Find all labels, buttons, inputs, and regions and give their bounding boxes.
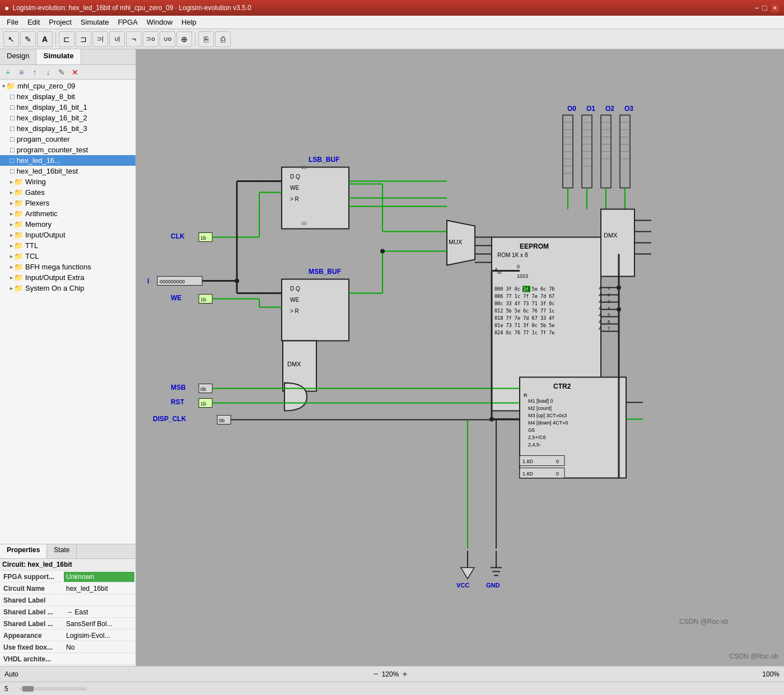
tree-item-hex16-1[interactable]: □ hex_display_16_bit_1 [0,102,136,113]
xor-gate-button[interactable]: ⊕ [176,31,192,47]
tree-item-progcnt-test[interactable]: □ program_counter_test [0,144,136,155]
prop-row-fixed-box: Use fixed box... No [1,642,134,653]
tree-item-tcl[interactable]: ▸ 📁 TCL [0,251,136,262]
prop-value-vhdl [64,654,134,665]
svg-text:RST: RST [171,398,185,406]
circuit-icon: □ [10,114,15,122]
tree-item-label: Plexers [25,199,49,207]
tree-item-soc[interactable]: ▸ 📁 System On a Chip [0,283,136,293]
zoom-in-button[interactable]: + [402,669,407,679]
edit-circuit-button[interactable]: ✎ [56,67,67,78]
tree-item-hexled16[interactable]: □ hex_led_16... [0,155,136,166]
menu-project[interactable]: Project [44,17,76,27]
prop-row-shared-label: Shared Label [1,595,134,606]
svg-point-181 [617,286,621,290]
svg-text:6: 6 [608,319,610,324]
tab-properties[interactable]: Properties [0,544,47,558]
copy-button[interactable]: ⎘ [198,31,214,47]
tab-design[interactable]: Design [0,49,36,64]
tree-item-memory[interactable]: ▸ 📁 Memory [0,219,136,230]
prop-value-fixed-box: No [64,642,134,653]
svg-rect-42 [601,209,634,277]
tree-item-progcnt[interactable]: □ progam_counter [0,134,136,144]
window-title: Logisim-evolution: hex_led_16bit of mhl_… [12,4,251,12]
svg-text:A: A [599,326,602,331]
prop-value-shared-label [64,595,134,606]
tree-root[interactable]: ▾ 📁 mhl_cpu_zero_09 [0,81,136,91]
tree-item-ioextra[interactable]: ▸ 📁 Input/Output Extra [0,272,136,283]
svg-text:7: 7 [608,326,610,331]
menu-window[interactable]: Window [142,17,177,27]
tree-item-label: Input/Output Extra [25,273,85,282]
tab-state[interactable]: State [47,544,77,558]
input-pin-button[interactable]: ⊏ [59,31,74,47]
and-gate-button[interactable]: ⊃| [92,31,108,47]
tree-toolbar: + ≡ ↑ ↓ ✎ ✕ [0,65,136,80]
folder-icon: 📁 [14,284,23,292]
nor-gate-button[interactable]: ∪o [160,31,175,47]
svg-text:2,5+/C6: 2,5+/C6 [528,435,546,440]
menu-simulate[interactable]: Simulate [76,17,114,27]
tree-item-gates[interactable]: ▸ 📁 Gates [0,187,136,198]
zoom-controls: − 120% + [373,669,407,679]
tree-item-label: Wiring [25,178,46,186]
circuit-icon: □ [10,156,15,165]
tree-item-hex16-2[interactable]: □ hex_display_16_bit_2 [0,113,136,123]
menu-edit[interactable]: Edit [23,17,44,27]
prop-key: Shared Label ... [1,607,63,618]
tree-item-label: Gates [25,188,45,197]
svg-text:MUX: MUX [449,239,463,245]
tree-item-arithmetic[interactable]: ▸ 📁 Arithmetic [0,208,136,219]
edit-tool-button[interactable]: ✎ [20,31,36,47]
circuit-icon: □ [10,146,15,154]
tree-item-hex8[interactable]: □ hex_display_8_bit [0,91,136,102]
prop-value-appearance: Logisim-Evol... [64,631,134,641]
svg-text:1b: 1b [200,235,206,241]
circuit-canvas[interactable]: O0 O1 O2 O3 [136,49,784,666]
minimize-button[interactable]: − [754,3,759,12]
svg-text:3f: 3f [523,287,529,292]
tab-simulate[interactable]: Simulate [36,49,81,64]
tree-item-io[interactable]: ▸ 📁 Input/Output [0,230,136,240]
tree-item-bfh[interactable]: ▸ 📁 BFH mega functions [0,262,136,272]
move-down-button[interactable]: ↓ [43,67,54,78]
svg-text:024 6c 76 77 1c 7f 7e: 024 6c 76 77 1c 7f 7e [494,330,554,335]
add-circuit-button[interactable]: + [2,67,13,78]
add-vhdl-button[interactable]: ≡ [16,67,27,78]
svg-text:1023: 1023 [517,273,528,279]
nand-gate-button[interactable]: ⊃o [143,31,158,47]
svg-text:018 7f 7e 7d 67 33 4f: 018 7f 7e 7d 67 33 4f [494,315,554,321]
tree-item-hexled16-test[interactable]: □ hex_led_16bit_test [0,166,136,176]
or-gate-button[interactable]: ∪| [109,31,125,47]
menu-help[interactable]: Help [177,17,201,27]
tree-item-wiring[interactable]: ▸ 📁 Wiring [0,176,136,187]
zoom-out-button[interactable]: − [373,669,378,679]
folder-icon: 📁 [14,252,23,260]
tree-item-plexers[interactable]: ▸ 📁 Plexers [0,198,136,208]
paste-button[interactable]: ⎙ [215,31,231,47]
delete-circuit-button[interactable]: ✕ [69,67,81,78]
prop-key: Use fixed box... [1,642,63,653]
svg-text:2,4,5-: 2,4,5- [528,442,541,447]
tree-item-label: hex_led_16... [17,156,60,165]
tree-item-hex16-3[interactable]: □ hex_display_16_bit_3 [0,123,136,134]
prop-row-appearance: Appearance Logisim-Evol... [1,631,134,641]
expand-icon: ▸ [10,264,13,270]
select-tool-button[interactable]: ↖ [3,31,19,47]
svg-text:01e 73 71 3f 0c 5b 5e: 01e 73 71 3f 0c 5b 5e [494,323,554,328]
output-pin-button[interactable]: ⊐ [76,31,91,47]
prop-key: Circuit Name [1,584,63,594]
right-status: 100% [762,670,780,678]
folder-icon: 📁 [14,273,23,282]
menu-file[interactable]: File [2,17,23,27]
move-up-button[interactable]: ↑ [29,67,40,78]
text-tool-button[interactable]: A [37,31,53,47]
not-gate-button[interactable]: ¬ [126,31,142,47]
menu-fpga[interactable]: FPGA [113,17,142,27]
restore-button[interactable]: □ [762,3,767,12]
toolbar-sep-1 [55,32,56,46]
tree-item-ttl[interactable]: ▸ 📁 TTL [0,240,136,251]
close-button[interactable]: × [771,3,780,12]
circuit-icon: □ [10,103,15,111]
speed-slider[interactable] [20,687,87,691]
